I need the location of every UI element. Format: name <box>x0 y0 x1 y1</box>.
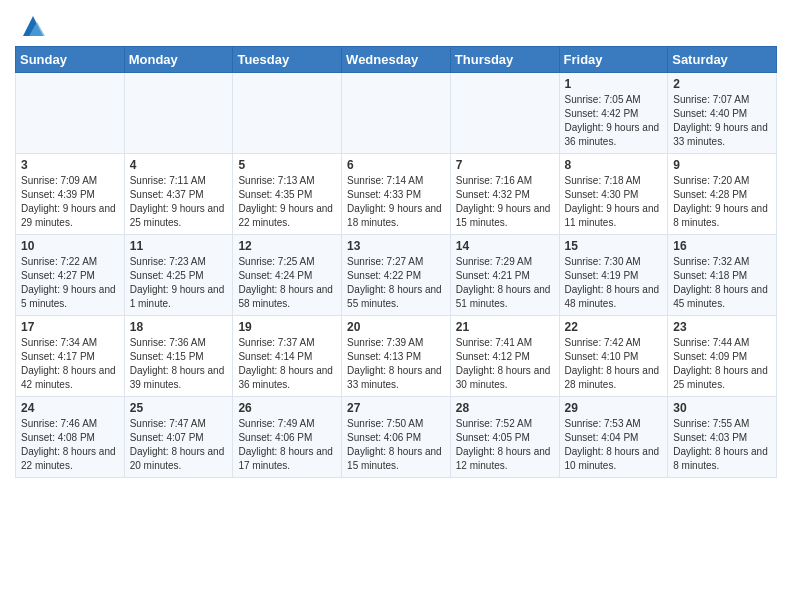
day-number: 9 <box>673 158 771 172</box>
calendar-cell: 21Sunrise: 7:41 AM Sunset: 4:12 PM Dayli… <box>450 316 559 397</box>
calendar-cell: 13Sunrise: 7:27 AM Sunset: 4:22 PM Dayli… <box>342 235 451 316</box>
calendar-cell: 20Sunrise: 7:39 AM Sunset: 4:13 PM Dayli… <box>342 316 451 397</box>
calendar-cell: 29Sunrise: 7:53 AM Sunset: 4:04 PM Dayli… <box>559 397 668 478</box>
day-number: 11 <box>130 239 228 253</box>
day-info: Sunrise: 7:25 AM Sunset: 4:24 PM Dayligh… <box>238 255 336 311</box>
calendar-table: SundayMondayTuesdayWednesdayThursdayFrid… <box>15 46 777 478</box>
header-row: SundayMondayTuesdayWednesdayThursdayFrid… <box>16 47 777 73</box>
calendar-cell: 25Sunrise: 7:47 AM Sunset: 4:07 PM Dayli… <box>124 397 233 478</box>
day-info: Sunrise: 7:52 AM Sunset: 4:05 PM Dayligh… <box>456 417 554 473</box>
calendar-cell: 23Sunrise: 7:44 AM Sunset: 4:09 PM Dayli… <box>668 316 777 397</box>
header-day-friday: Friday <box>559 47 668 73</box>
day-number: 1 <box>565 77 663 91</box>
day-number: 21 <box>456 320 554 334</box>
day-info: Sunrise: 7:37 AM Sunset: 4:14 PM Dayligh… <box>238 336 336 392</box>
day-number: 27 <box>347 401 445 415</box>
day-info: Sunrise: 7:49 AM Sunset: 4:06 PM Dayligh… <box>238 417 336 473</box>
calendar-cell: 10Sunrise: 7:22 AM Sunset: 4:27 PM Dayli… <box>16 235 125 316</box>
calendar-cell: 18Sunrise: 7:36 AM Sunset: 4:15 PM Dayli… <box>124 316 233 397</box>
calendar-cell: 6Sunrise: 7:14 AM Sunset: 4:33 PM Daylig… <box>342 154 451 235</box>
day-number: 12 <box>238 239 336 253</box>
calendar-cell: 19Sunrise: 7:37 AM Sunset: 4:14 PM Dayli… <box>233 316 342 397</box>
calendar-cell: 16Sunrise: 7:32 AM Sunset: 4:18 PM Dayli… <box>668 235 777 316</box>
logo-icon <box>19 12 47 40</box>
day-info: Sunrise: 7:55 AM Sunset: 4:03 PM Dayligh… <box>673 417 771 473</box>
calendar-body: 1Sunrise: 7:05 AM Sunset: 4:42 PM Daylig… <box>16 73 777 478</box>
day-info: Sunrise: 7:11 AM Sunset: 4:37 PM Dayligh… <box>130 174 228 230</box>
day-info: Sunrise: 7:29 AM Sunset: 4:21 PM Dayligh… <box>456 255 554 311</box>
week-row-2: 10Sunrise: 7:22 AM Sunset: 4:27 PM Dayli… <box>16 235 777 316</box>
day-number: 22 <box>565 320 663 334</box>
day-info: Sunrise: 7:22 AM Sunset: 4:27 PM Dayligh… <box>21 255 119 311</box>
day-info: Sunrise: 7:27 AM Sunset: 4:22 PM Dayligh… <box>347 255 445 311</box>
calendar-cell: 4Sunrise: 7:11 AM Sunset: 4:37 PM Daylig… <box>124 154 233 235</box>
day-number: 20 <box>347 320 445 334</box>
day-number: 30 <box>673 401 771 415</box>
day-info: Sunrise: 7:42 AM Sunset: 4:10 PM Dayligh… <box>565 336 663 392</box>
day-info: Sunrise: 7:18 AM Sunset: 4:30 PM Dayligh… <box>565 174 663 230</box>
day-info: Sunrise: 7:39 AM Sunset: 4:13 PM Dayligh… <box>347 336 445 392</box>
day-info: Sunrise: 7:23 AM Sunset: 4:25 PM Dayligh… <box>130 255 228 311</box>
day-number: 24 <box>21 401 119 415</box>
calendar-header: SundayMondayTuesdayWednesdayThursdayFrid… <box>16 47 777 73</box>
calendar-cell <box>342 73 451 154</box>
calendar-cell <box>450 73 559 154</box>
day-number: 26 <box>238 401 336 415</box>
day-info: Sunrise: 7:09 AM Sunset: 4:39 PM Dayligh… <box>21 174 119 230</box>
day-info: Sunrise: 7:36 AM Sunset: 4:15 PM Dayligh… <box>130 336 228 392</box>
calendar-cell: 5Sunrise: 7:13 AM Sunset: 4:35 PM Daylig… <box>233 154 342 235</box>
day-number: 3 <box>21 158 119 172</box>
calendar-cell: 17Sunrise: 7:34 AM Sunset: 4:17 PM Dayli… <box>16 316 125 397</box>
header-day-sunday: Sunday <box>16 47 125 73</box>
day-number: 5 <box>238 158 336 172</box>
day-info: Sunrise: 7:13 AM Sunset: 4:35 PM Dayligh… <box>238 174 336 230</box>
day-number: 23 <box>673 320 771 334</box>
day-info: Sunrise: 7:16 AM Sunset: 4:32 PM Dayligh… <box>456 174 554 230</box>
day-number: 6 <box>347 158 445 172</box>
day-number: 29 <box>565 401 663 415</box>
calendar-cell: 11Sunrise: 7:23 AM Sunset: 4:25 PM Dayli… <box>124 235 233 316</box>
week-row-4: 24Sunrise: 7:46 AM Sunset: 4:08 PM Dayli… <box>16 397 777 478</box>
day-number: 10 <box>21 239 119 253</box>
day-info: Sunrise: 7:32 AM Sunset: 4:18 PM Dayligh… <box>673 255 771 311</box>
day-info: Sunrise: 7:44 AM Sunset: 4:09 PM Dayligh… <box>673 336 771 392</box>
calendar-cell <box>124 73 233 154</box>
calendar-cell: 22Sunrise: 7:42 AM Sunset: 4:10 PM Dayli… <box>559 316 668 397</box>
day-info: Sunrise: 7:46 AM Sunset: 4:08 PM Dayligh… <box>21 417 119 473</box>
day-number: 16 <box>673 239 771 253</box>
day-number: 4 <box>130 158 228 172</box>
day-number: 17 <box>21 320 119 334</box>
day-info: Sunrise: 7:05 AM Sunset: 4:42 PM Dayligh… <box>565 93 663 149</box>
calendar-cell: 30Sunrise: 7:55 AM Sunset: 4:03 PM Dayli… <box>668 397 777 478</box>
header-day-thursday: Thursday <box>450 47 559 73</box>
calendar-cell: 9Sunrise: 7:20 AM Sunset: 4:28 PM Daylig… <box>668 154 777 235</box>
week-row-1: 3Sunrise: 7:09 AM Sunset: 4:39 PM Daylig… <box>16 154 777 235</box>
day-number: 18 <box>130 320 228 334</box>
day-number: 15 <box>565 239 663 253</box>
calendar-cell: 7Sunrise: 7:16 AM Sunset: 4:32 PM Daylig… <box>450 154 559 235</box>
day-info: Sunrise: 7:34 AM Sunset: 4:17 PM Dayligh… <box>21 336 119 392</box>
calendar-cell: 15Sunrise: 7:30 AM Sunset: 4:19 PM Dayli… <box>559 235 668 316</box>
header-day-wednesday: Wednesday <box>342 47 451 73</box>
calendar-cell: 3Sunrise: 7:09 AM Sunset: 4:39 PM Daylig… <box>16 154 125 235</box>
day-number: 28 <box>456 401 554 415</box>
calendar-cell: 2Sunrise: 7:07 AM Sunset: 4:40 PM Daylig… <box>668 73 777 154</box>
day-info: Sunrise: 7:20 AM Sunset: 4:28 PM Dayligh… <box>673 174 771 230</box>
calendar-cell: 28Sunrise: 7:52 AM Sunset: 4:05 PM Dayli… <box>450 397 559 478</box>
calendar-cell <box>16 73 125 154</box>
header <box>15 10 777 40</box>
day-number: 25 <box>130 401 228 415</box>
calendar-cell: 27Sunrise: 7:50 AM Sunset: 4:06 PM Dayli… <box>342 397 451 478</box>
day-info: Sunrise: 7:07 AM Sunset: 4:40 PM Dayligh… <box>673 93 771 149</box>
calendar-cell: 8Sunrise: 7:18 AM Sunset: 4:30 PM Daylig… <box>559 154 668 235</box>
calendar-cell: 24Sunrise: 7:46 AM Sunset: 4:08 PM Dayli… <box>16 397 125 478</box>
day-number: 7 <box>456 158 554 172</box>
header-day-tuesday: Tuesday <box>233 47 342 73</box>
day-info: Sunrise: 7:53 AM Sunset: 4:04 PM Dayligh… <box>565 417 663 473</box>
day-number: 19 <box>238 320 336 334</box>
header-day-monday: Monday <box>124 47 233 73</box>
day-info: Sunrise: 7:50 AM Sunset: 4:06 PM Dayligh… <box>347 417 445 473</box>
day-number: 8 <box>565 158 663 172</box>
day-info: Sunrise: 7:47 AM Sunset: 4:07 PM Dayligh… <box>130 417 228 473</box>
calendar-cell: 26Sunrise: 7:49 AM Sunset: 4:06 PM Dayli… <box>233 397 342 478</box>
